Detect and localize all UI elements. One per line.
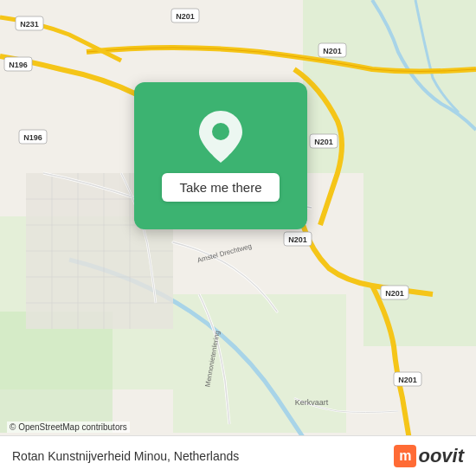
svg-text:N196: N196	[23, 133, 42, 142]
osm-attribution: © OpenStreetMap contributors	[7, 421, 130, 433]
svg-text:N201: N201	[176, 12, 195, 21]
svg-text:N201: N201	[398, 376, 417, 384]
bottom-bar: Rotan Kunstnijverheid Minou, Netherlands…	[0, 435, 476, 476]
svg-text:N201: N201	[288, 235, 307, 244]
map-svg: N231 N201 N201 N196 N196 N201 N201 N201 …	[0, 0, 476, 476]
svg-rect-2	[363, 173, 476, 346]
moovit-logo: m oovit	[394, 445, 464, 467]
location-name: Rotan Kunstnijverheid Minou, Netherlands	[12, 449, 239, 463]
location-pin-icon	[199, 111, 242, 163]
svg-text:N196: N196	[9, 61, 28, 69]
moovit-wordmark: oovit	[418, 445, 464, 467]
take-me-there-button[interactable]: Take me there	[162, 173, 279, 202]
svg-text:N231: N231	[20, 20, 39, 29]
map-container: N231 N201 N201 N196 N196 N201 N201 N201 …	[0, 0, 476, 476]
moovit-m-icon: m	[394, 445, 416, 467]
svg-text:N201: N201	[385, 289, 404, 298]
osm-attribution-text: © OpenStreetMap contributors	[10, 422, 127, 432]
svg-point-37	[212, 123, 229, 140]
svg-text:N201: N201	[323, 47, 342, 55]
svg-text:N201: N201	[314, 138, 333, 146]
svg-text:Kerkvaart: Kerkvaart	[295, 398, 329, 407]
svg-rect-5	[0, 312, 113, 433]
popup-card: Take me there	[134, 82, 307, 229]
